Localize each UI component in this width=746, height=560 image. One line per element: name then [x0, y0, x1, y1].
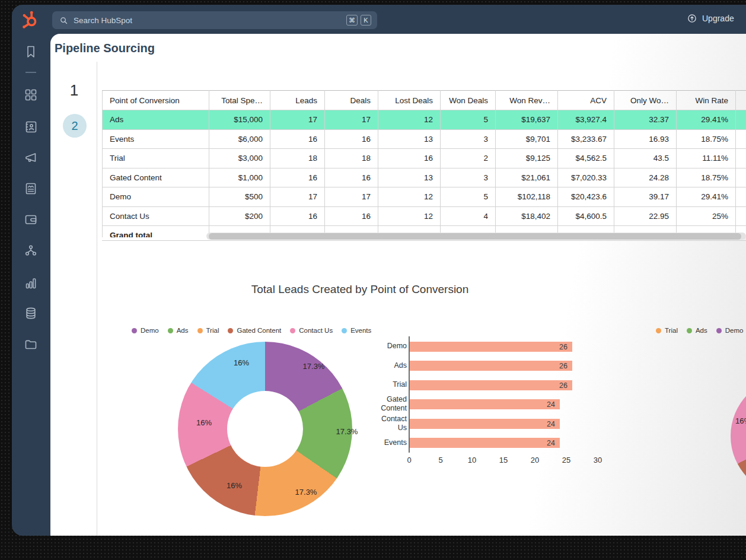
donut-slice-label: 17.3% — [303, 362, 325, 371]
horizontal-scrollbar-thumb[interactable] — [209, 233, 741, 240]
k-key-badge: K — [361, 15, 371, 26]
col-header[interactable]: Deals — [325, 91, 378, 110]
bar-category-label: Gated Content — [371, 395, 407, 413]
col-header[interactable]: Lost Deals — [378, 91, 441, 110]
bar-category-label: Contact Us — [371, 415, 407, 432]
reports-icon[interactable] — [24, 276, 38, 290]
hubspot-logo-icon[interactable] — [18, 8, 40, 30]
sidebar-divider — [25, 72, 36, 73]
donut-legend: Demo Ads Trial Gated Content Contact Us … — [132, 327, 380, 334]
cmd-key-badge: ⌘ — [346, 15, 358, 26]
x-axis-tick: 20 — [526, 456, 544, 464]
legend-dot — [132, 328, 137, 333]
search-icon — [59, 16, 68, 25]
table-row-ads[interactable]: Ads$15,000 1717 125 $19,637$3,927.4 32.3… — [103, 110, 746, 130]
donut-slice-label: 17.3% — [295, 488, 317, 497]
table-row-demo[interactable]: Demo$500 1717 125 $102,118$20,423.6 39.1… — [103, 187, 746, 207]
donut-slice-label: 16% — [196, 418, 212, 427]
bar-gated-content: 24 — [410, 399, 560, 409]
page-title: Pipeline Sourcing — [55, 42, 155, 55]
col-header[interactable]: Won Rev… — [496, 91, 558, 110]
pie-legend: Trial Ads Demo — [656, 327, 746, 334]
legend-item[interactable]: Demo — [716, 327, 744, 334]
pipeline-table: Point of Conversion Total Spe… Leads Dea… — [102, 90, 746, 237]
donut-slice-label: 16% — [234, 358, 249, 367]
legend-item[interactable]: Trial — [197, 327, 219, 334]
table-row-events[interactable]: Events$6,000 1616 133 $9,701$3,233.67 16… — [103, 129, 746, 149]
donut-slice-label: 17.3% — [336, 427, 358, 436]
legend-item[interactable]: Ads — [168, 327, 189, 334]
col-header[interactable]: ACV — [558, 91, 614, 110]
document-icon[interactable] — [24, 182, 38, 196]
workflows-icon[interactable] — [24, 243, 38, 257]
upgrade-label: Upgrade — [702, 14, 734, 23]
legend-dot — [716, 328, 722, 333]
col-header[interactable]: Win Rate — [677, 91, 736, 110]
contacts-icon[interactable] — [24, 120, 38, 134]
legend-dot — [197, 328, 203, 333]
chart-title: Total Leads Created by Point of Conversi… — [182, 283, 538, 296]
col-header[interactable]: Total Spe… — [209, 91, 270, 110]
legend-item[interactable]: Gated Content — [228, 327, 281, 334]
step-1-indicator: 1 — [61, 81, 87, 100]
legend-dot — [290, 328, 295, 333]
legend-item[interactable]: Events — [342, 327, 371, 334]
step-divider-line — [97, 62, 97, 536]
bar-demo: 26 — [410, 342, 572, 352]
megaphone-icon[interactable] — [24, 151, 38, 165]
upgrade-button[interactable]: Upgrade — [687, 13, 734, 24]
legend-dot — [342, 328, 347, 333]
x-axis-tick: 5 — [432, 456, 449, 464]
donut-chart — [178, 342, 352, 516]
table-header-row: Point of Conversion Total Spe… Leads Dea… — [103, 91, 746, 110]
x-axis-tick: 0 — [400, 456, 418, 464]
x-axis-tick: 15 — [495, 456, 512, 464]
grid-icon[interactable] — [24, 88, 38, 102]
screen: ⌘ K Upgrade Pipeline — [0, 0, 746, 560]
legend-item[interactable]: Demo — [132, 327, 159, 334]
bar-category-label: Events — [371, 438, 407, 447]
pie-slice-label: 16% — [735, 416, 746, 425]
bar-category-label: Demo — [371, 342, 407, 351]
legend-item[interactable]: Trial — [656, 327, 678, 334]
search-input[interactable] — [74, 16, 343, 25]
folder-icon[interactable] — [24, 337, 38, 351]
wallet-icon[interactable] — [24, 212, 38, 227]
bar-trial: 26 — [410, 380, 572, 390]
legend-dot — [228, 328, 233, 333]
x-axis-tick: 30 — [589, 456, 607, 464]
database-icon[interactable] — [24, 306, 38, 320]
table-row-contact-us[interactable]: Contact Us$200 1616 124 $18,402$4,600.5 … — [103, 206, 746, 226]
col-header[interactable]: L… — [736, 91, 746, 110]
bar-contact-us: 24 — [410, 419, 560, 429]
x-axis-tick: 10 — [463, 456, 481, 464]
global-search[interactable]: ⌘ K — [52, 11, 377, 29]
bar-events: 24 — [410, 438, 560, 448]
x-axis-tick: 25 — [557, 456, 575, 464]
table-clip-edge — [102, 240, 746, 241]
col-header[interactable]: Leads — [270, 91, 325, 110]
legend-dot — [168, 328, 173, 333]
donut-slice-label: 16% — [227, 481, 242, 490]
legend-item[interactable]: Contact Us — [290, 327, 333, 334]
bar-category-label: Ads — [371, 361, 407, 370]
legend-dot — [687, 328, 692, 333]
step-2-indicator[interactable]: 2 — [63, 114, 87, 138]
legend-item[interactable]: Ads — [687, 327, 707, 334]
col-header[interactable]: Only Wo… — [614, 91, 677, 110]
table-row-gated-content[interactable]: Gated Content$1,000 1616 133 $21,061$7,0… — [103, 168, 746, 187]
table-row-trial[interactable]: Trial$3,000 1818 162 $9,125$4,562.5 43.5… — [103, 149, 746, 168]
upgrade-arrow-icon — [687, 13, 697, 24]
donut-hole — [227, 391, 303, 467]
bar-category-label: Trial — [371, 380, 407, 389]
legend-dot — [656, 328, 661, 333]
bookmark-icon[interactable] — [24, 44, 38, 59]
bar-ads: 26 — [410, 361, 572, 371]
col-header[interactable]: Point of Conversion — [103, 91, 209, 110]
bar-chart-axis — [409, 336, 410, 453]
col-header[interactable]: Won Deals — [441, 91, 496, 110]
